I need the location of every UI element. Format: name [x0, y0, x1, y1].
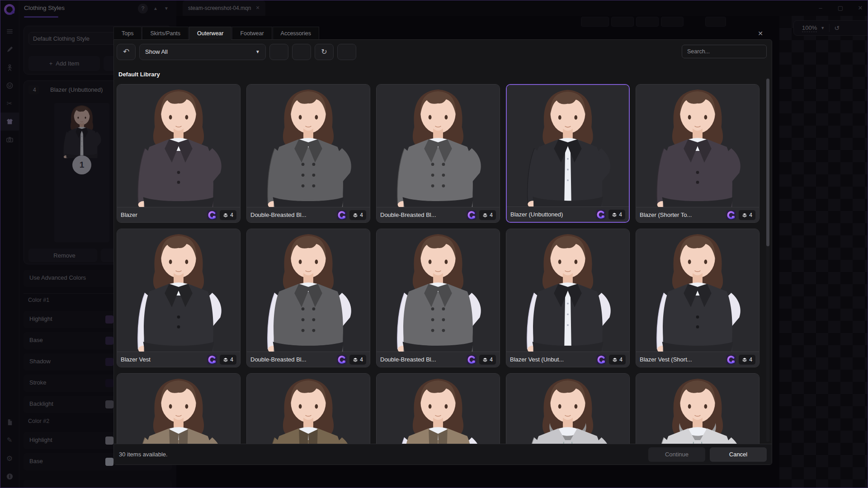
brand-filter-button[interactable] — [337, 44, 356, 60]
item-thumbnail — [247, 84, 370, 207]
scrollbar[interactable] — [766, 78, 769, 442]
item-label-bar: Blazer (Unbuttoned) 4 — [507, 206, 629, 222]
refresh-button[interactable]: ↻ — [315, 44, 334, 60]
layer-count-badge: 4 — [220, 355, 236, 365]
item-thumbnail — [506, 229, 629, 352]
library-item-card[interactable]: 4 — [117, 373, 241, 444]
library-item-card[interactable]: Blazer (Unbuttoned) 4 — [506, 84, 630, 223]
item-thumbnail — [636, 84, 759, 207]
brand-badge — [726, 355, 736, 365]
brand-badge — [337, 210, 347, 220]
item-thumbnail — [506, 374, 629, 444]
dialog-footer: 30 items available. Continue Cancel — [114, 444, 772, 465]
library-item-card[interactable]: 4 — [636, 373, 760, 444]
search-input[interactable] — [686, 48, 762, 55]
item-name: Double-Breasted Bl... — [250, 211, 334, 218]
library-item-card[interactable]: Double-Breasted Bl... 4 — [376, 84, 500, 223]
item-thumbnail — [117, 374, 240, 444]
brand-badge — [596, 355, 606, 365]
tab-accessories[interactable]: Accessories — [273, 27, 319, 40]
layer-count-badge: 4 — [479, 210, 496, 220]
item-thumbnail — [117, 229, 240, 352]
item-thumbnail — [636, 374, 759, 444]
library-item-card[interactable]: Blazer Vest (Unbut... 4 — [506, 229, 630, 367]
item-thumbnail — [507, 85, 629, 206]
library-item-card[interactable]: 4 — [246, 373, 370, 444]
layer-count-badge: 4 — [739, 355, 755, 365]
item-thumbnail — [247, 374, 370, 444]
clothing-library-dialog: TopsSkirts/PantsOuterwearFootwearAccesso… — [113, 27, 772, 465]
library-item-card[interactable]: Double-Breasted Bl... 4 — [246, 84, 370, 223]
items-available-status: 30 items available. — [119, 451, 168, 458]
item-name: Blazer Vest (Short... — [640, 356, 723, 363]
scrollbar-thumb[interactable] — [766, 79, 769, 246]
item-name: Blazer — [121, 211, 204, 218]
brand-badge — [467, 210, 476, 220]
item-label-bar: Blazer 4 — [117, 207, 240, 222]
brand-badge — [726, 210, 736, 220]
item-name: Double-Breasted Bl... — [380, 211, 464, 218]
info-button[interactable] — [269, 44, 288, 60]
library-toolbar: ↶ Show All ▼ ↻ — [114, 40, 772, 64]
library-item-card[interactable]: Blazer Vest (Short... 4 — [636, 229, 760, 367]
brand-badge — [467, 355, 476, 365]
brand-badge — [337, 355, 347, 365]
layer-count-badge: 4 — [609, 355, 626, 365]
item-thumbnail — [117, 84, 240, 207]
library-item-card[interactable]: 4 — [376, 373, 500, 444]
continue-button[interactable]: Continue — [648, 447, 705, 462]
layer-count-badge: 4 — [220, 210, 236, 220]
model-button[interactable] — [292, 44, 311, 60]
library-item-card[interactable]: Double-Breasted Bl... 4 — [376, 229, 500, 367]
item-label-bar: Blazer Vest (Short... 4 — [636, 352, 759, 367]
tab-tops[interactable]: Tops — [113, 27, 142, 40]
category-tabs: TopsSkirts/PantsOuterwearFootwearAccesso… — [113, 27, 320, 39]
layer-count-badge: 4 — [739, 210, 755, 220]
item-label-bar: Double-Breasted Bl... 4 — [247, 207, 370, 222]
filter-select[interactable]: Show All ▼ — [139, 44, 266, 60]
item-thumbnail — [247, 229, 370, 352]
layer-count-badge: 4 — [349, 355, 366, 365]
item-name: Blazer (Shorter To... — [640, 211, 723, 218]
undo-button[interactable]: ↶ — [117, 44, 136, 60]
item-name: Double-Breasted Bl... — [380, 356, 464, 363]
dialog-body: ↶ Show All ▼ ↻ Default Library Blazer — [113, 39, 772, 465]
item-name: Blazer (Unbuttoned) — [510, 211, 593, 218]
cancel-button[interactable]: Cancel — [710, 447, 767, 462]
layer-count-badge: 4 — [479, 355, 496, 365]
layer-count-badge: 4 — [609, 210, 625, 220]
item-label-bar: Double-Breasted Bl... 4 — [377, 352, 500, 367]
layer-count-badge: 4 — [349, 210, 366, 220]
tab-outerwear[interactable]: Outerwear — [189, 27, 231, 40]
select-caret-icon: ▼ — [255, 49, 260, 54]
item-label-bar: Blazer (Shorter To... 4 — [636, 207, 759, 222]
item-thumbnail — [636, 229, 759, 352]
library-section-title: Default Library — [118, 71, 772, 78]
library-search — [682, 45, 767, 58]
tab-footwear[interactable]: Footwear — [232, 27, 272, 40]
dialog-close-button[interactable]: ✕ — [755, 28, 766, 39]
item-label-bar: Double-Breasted Bl... 4 — [247, 352, 370, 367]
item-thumbnail — [377, 84, 500, 207]
filter-select-value: Show All — [145, 48, 168, 55]
library-item-card[interactable]: Blazer Vest 4 — [117, 229, 241, 367]
item-name: Double-Breasted Bl... — [250, 356, 334, 363]
library-scroll-area: Default Library Blazer 4Double-Breasted … — [114, 64, 772, 444]
tab-skirts-pants[interactable]: Skirts/Pants — [142, 27, 189, 40]
library-item-card[interactable]: Double-Breasted Bl... 4 — [246, 229, 370, 367]
item-thumbnail — [377, 374, 500, 444]
item-thumbnail — [377, 229, 500, 352]
library-item-card[interactable]: Blazer (Shorter To... 4 — [636, 84, 760, 223]
brand-badge — [596, 210, 606, 220]
item-label-bar: Blazer Vest (Unbut... 4 — [506, 352, 629, 367]
brand-badge — [207, 355, 217, 365]
item-name: Blazer Vest — [121, 356, 204, 363]
item-grid: Blazer 4Double-Breasted Bl... 4Double-Br… — [114, 84, 763, 444]
library-item-card[interactable]: Blazer 4 — [117, 84, 241, 223]
item-label-bar: Blazer Vest 4 — [117, 352, 240, 367]
brand-badge — [207, 210, 217, 220]
item-name: Blazer Vest (Unbut... — [510, 356, 594, 363]
library-item-card[interactable]: 4 — [506, 373, 630, 444]
item-label-bar: Double-Breasted Bl... 4 — [377, 207, 500, 222]
